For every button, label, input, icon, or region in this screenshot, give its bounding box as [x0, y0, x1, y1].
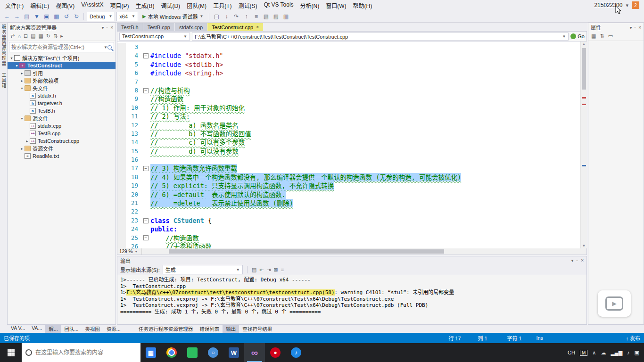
chevron-expanded-icon[interactable]: ▾ — [14, 64, 19, 68]
code-line[interactable]: 15// d) 可以没有参数 — [117, 147, 580, 156]
publish-button[interactable]: ↑ 发布 — [626, 334, 640, 342]
collapse-all-icon[interactable]: ⊟ — [24, 33, 28, 39]
action-center-icon[interactable]: ▣ — [635, 350, 639, 356]
close-icon[interactable]: × — [638, 25, 641, 30]
status-column[interactable]: 列 1 — [478, 334, 507, 342]
tree-item[interactable]: ▸引用 — [8, 69, 116, 77]
code-line[interactable]: 26 //无参构造函数 — [117, 242, 580, 248]
breakpoint-gutter[interactable] — [117, 173, 126, 181]
step-into-icon[interactable]: ↓ — [222, 12, 231, 21]
taskbar-search-input[interactable] — [35, 349, 137, 356]
code-line[interactable]: 5#include <stdlib.h> — [117, 60, 580, 69]
code-line[interactable]: 7 — [117, 78, 580, 86]
goto-next-message-icon[interactable]: ⇥ — [266, 267, 271, 273]
panel-bottom-tab[interactable]: 任务运行程序资源管理器 — [135, 325, 197, 333]
home-icon[interactable]: ⌂ — [17, 33, 21, 39]
solution-config-dropdown[interactable]: Debug ▼ — [87, 12, 115, 21]
chevron-collapsed-icon[interactable]: ▸ — [19, 147, 25, 151]
document-tab[interactable]: TestConstruct.cpp× — [207, 23, 263, 31]
comment-icon[interactable]: ▧ — [262, 12, 270, 21]
tree-item[interactable]: hTestB.h — [8, 107, 116, 115]
fold-collapse-icon[interactable]: − — [143, 53, 149, 58]
status-insert-mode[interactable]: Ins — [536, 335, 555, 341]
show-all-files-icon[interactable]: ▦ — [39, 33, 43, 39]
app-chrome-icon[interactable] — [161, 343, 182, 362]
app-word-icon[interactable]: W — [223, 343, 244, 362]
status-char[interactable]: 字符 1 — [507, 334, 536, 342]
output-text[interactable]: 1>------ 已启动生成: 项目: TestConstruct, 配置: D… — [117, 275, 586, 324]
breakpoint-gutter[interactable] — [117, 199, 126, 207]
breakpoint-gutter[interactable] — [117, 225, 126, 233]
panel-bottom-tab[interactable]: 输出 — [223, 325, 239, 333]
categorized-icon[interactable]: ▦ — [591, 33, 596, 39]
code-line[interactable]: 4−#include "stdafx.h" — [117, 51, 580, 60]
breakpoint-gutter[interactable] — [117, 60, 126, 69]
breakpoint-gutter[interactable] — [117, 181, 126, 190]
app-visual-studio-icon[interactable]: ∞ — [244, 343, 265, 362]
chevron-collapsed-icon[interactable]: ▸ — [25, 139, 30, 143]
close-icon[interactable]: × — [256, 25, 259, 30]
menu-item[interactable]: VAssistX — [78, 0, 107, 10]
pin-icon[interactable]: ▸ — [60, 33, 63, 39]
breakpoint-gutter[interactable] — [117, 156, 126, 164]
find-in-files-icon[interactable]: ≡ — [252, 12, 260, 21]
tree-item[interactable]: ++stdafx.cpp — [8, 122, 116, 130]
breakpoint-gutter[interactable] — [117, 43, 126, 51]
app-tencent-classroom-icon[interactable]: ▦ — [140, 343, 161, 362]
code-line[interactable]: 11// 2) 写法: — [117, 112, 580, 121]
panel-bottom-tab[interactable]: 查找符号结果 — [239, 325, 275, 333]
code-line[interactable]: 18// 4) 如果类中一个构造函数都没有, 那么编译器会提供一个默认的构造函数… — [117, 173, 580, 181]
document-tab[interactable]: TestB.h — [117, 23, 143, 31]
file-path-dropdown[interactable]: F:\玄马教育\C++\07construct\Test\TestConstru… — [192, 33, 569, 41]
code-line[interactable]: 19// 5) explicit: 只支持显示调用构造函数, 不允许隐式转换 — [117, 181, 580, 190]
breakpoint-gutter[interactable] — [117, 234, 126, 242]
property-pages-icon[interactable]: ▭ — [608, 33, 613, 39]
code-line[interactable]: 21// =delete 表示禁止使用某函数 (删除) — [117, 199, 580, 207]
undo-icon[interactable]: ↺ — [62, 12, 71, 21]
scroll-up-icon[interactable]: ▲ — [581, 42, 587, 46]
breakpoint-gutter[interactable] — [117, 130, 126, 138]
breakpoint-gutter[interactable] — [117, 138, 126, 147]
code-line[interactable]: 6#include <string.h> — [117, 69, 580, 77]
menu-item[interactable]: 窗口(W) — [322, 0, 349, 10]
uncomment-icon[interactable]: ▨ — [272, 12, 280, 21]
output-panel-header[interactable]: 输出 ▾ ▫ × — [117, 256, 586, 264]
breakpoint-gutter[interactable] — [117, 51, 126, 60]
code-line[interactable]: 16 — [117, 156, 580, 164]
scrollbar-thumb[interactable] — [169, 249, 445, 254]
code-editor[interactable]: 34−#include "stdafx.h"5#include <stdlib.… — [117, 41, 587, 248]
code-line[interactable]: 20// 6) =default 表示使用默认的构造函数. — [117, 190, 580, 199]
breakpoint-gutter[interactable] — [117, 242, 126, 248]
explorer-bottom-tab[interactable]: VA... — [28, 325, 45, 333]
code-line[interactable]: 25− //构造函数 — [117, 234, 580, 242]
ime-mode-icon[interactable]: M — [580, 350, 587, 356]
breakpoint-gutter[interactable] — [117, 69, 126, 77]
new-file-icon[interactable]: ▤ — [23, 12, 31, 21]
menu-item[interactable]: 生成(B) — [132, 0, 157, 10]
fold-collapse-icon[interactable]: − — [143, 235, 149, 240]
scrollbar-thumb[interactable] — [582, 48, 586, 90]
menu-item[interactable]: 调试(D) — [157, 0, 183, 10]
start-debugging-button[interactable]: ▶ 本地 Windows 调试器 ▼ — [140, 12, 206, 21]
app-search-tool-icon[interactable]: ○ — [203, 343, 223, 362]
save-icon[interactable]: ▣ — [42, 12, 51, 21]
breakpoint-gutter[interactable] — [117, 95, 126, 103]
code-line[interactable]: 24public: — [117, 225, 580, 233]
pin-icon[interactable]: ▫ — [577, 258, 578, 263]
taskbar-search-box[interactable] — [22, 343, 140, 362]
solution-platforms-icon[interactable]: ▥ — [281, 12, 290, 21]
properties-panel-header[interactable]: 属性 ▾ ▫ × — [588, 23, 644, 32]
redo-icon[interactable]: ↻ — [72, 12, 81, 21]
video-overlay-play-button[interactable]: ▶ — [598, 290, 631, 317]
tree-item[interactable]: htargetver.h — [8, 99, 116, 107]
code-line[interactable]: 3 — [117, 43, 580, 51]
code-line[interactable]: 14// c) 可以有多个参数 — [117, 138, 580, 147]
user-avatar[interactable]: 2 — [632, 1, 639, 9]
close-icon[interactable]: × — [110, 25, 113, 30]
solution-platform-dropdown[interactable]: x64 ▼ — [116, 12, 138, 21]
code-line[interactable]: 13// b) 不写函数的返回值 — [117, 130, 580, 138]
volume-icon[interactable]: ♪ — [627, 350, 630, 355]
explorer-bottom-tab[interactable]: 团队... — [61, 325, 82, 333]
chevron-down-icon[interactable]: ▾ — [102, 25, 104, 30]
refresh-icon[interactable]: ↻ — [46, 33, 50, 39]
